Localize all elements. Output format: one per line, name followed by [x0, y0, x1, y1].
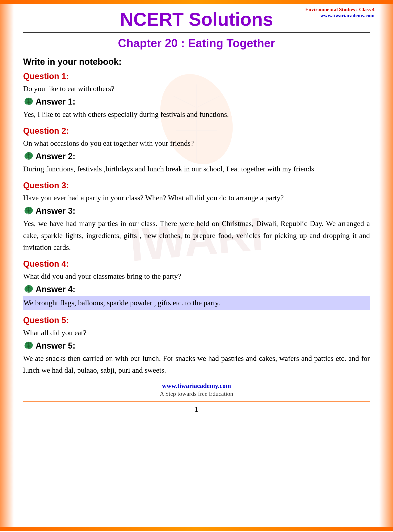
tiwari-leaf-icon-4: TIWARI: [23, 284, 34, 294]
qa-block-4: Question 4: What did you and your classm…: [23, 259, 370, 310]
svg-line-42: [29, 290, 31, 290]
qa-block-1: Question 1: Do you like to eat with othe…: [23, 71, 370, 120]
question-text-5: What all did you eat?: [23, 327, 370, 338]
svg-line-21: [27, 157, 29, 157]
svg-line-12: [27, 102, 29, 103]
answer-header-1: TIWARI Answer 1:: [23, 97, 370, 107]
footer-website: www.tiwariacademy.com: [23, 382, 370, 389]
answer-text-3: Yes, we have had many parties in our cla…: [23, 218, 370, 253]
page-number: 1: [23, 405, 370, 413]
qa-block-5: Question 5: What all did you eat? TIWARI: [23, 315, 370, 376]
question-label-2: Question 2:: [23, 126, 370, 136]
svg-line-29: [26, 210, 29, 210]
answer-header-2: TIWARI Answer 2:: [23, 151, 370, 161]
svg-text:TIWARI: TIWARI: [23, 158, 29, 160]
answer-label-3: Answer 3:: [36, 206, 75, 216]
chapter-title: Chapter 20 : Eating Together: [23, 37, 370, 50]
answer-header-3: TIWARI Answer 3:: [23, 206, 370, 216]
bottom-orange-bar: [0, 527, 393, 531]
svg-line-41: [29, 289, 31, 289]
svg-line-48: [27, 347, 29, 347]
answer-header-5: TIWARI Answer 5:: [23, 341, 370, 351]
question-label-3: Question 3:: [23, 181, 370, 190]
question-label-4: Question 4:: [23, 259, 370, 269]
header-website: www.tiwariacademy.com: [305, 12, 374, 19]
svg-text:TIWARI: TIWARI: [23, 104, 29, 105]
question-label-5: Question 5:: [23, 315, 370, 325]
svg-line-20: [26, 156, 29, 156]
tiwari-leaf-icon-5: TIWARI: [23, 341, 34, 351]
qa-block-3: Question 3: Have you ever had a party in…: [23, 181, 370, 253]
svg-line-30: [27, 212, 29, 212]
page-wrapper: IWARI Environmental Studies : Class 4 ww…: [0, 4, 393, 527]
svg-line-50: [29, 345, 31, 345]
bottom-footer: www.tiwariacademy.com A Step towards fre…: [23, 382, 370, 397]
svg-line-39: [27, 290, 29, 290]
top-info-block: Environmental Studies : Class 4 www.tiwa…: [305, 6, 374, 19]
svg-text:TIWARI: TIWARI: [23, 213, 29, 214]
qa-block-2: Question 2: On what occasions do you eat…: [23, 126, 370, 175]
title-divider: [23, 32, 370, 33]
tiwari-leaf-icon-1: TIWARI: [23, 97, 34, 107]
section-heading: Write in your notebook:: [23, 57, 370, 67]
tiwari-leaf-icon-2: TIWARI: [23, 151, 34, 161]
svg-line-11: [26, 101, 29, 101]
svg-line-14: [29, 101, 31, 101]
svg-line-38: [26, 289, 29, 289]
tiwari-leaf-icon-3: TIWARI: [23, 206, 34, 216]
svg-line-47: [26, 345, 29, 345]
content-area: NCERT Solutions Chapter 20 : Eating Toge…: [0, 4, 393, 428]
answer-label-2: Answer 2:: [36, 151, 75, 161]
svg-line-51: [29, 347, 31, 347]
question-text-1: Do you like to eat with others?: [23, 83, 370, 94]
question-text-3: Have you ever had a party in your class?…: [23, 192, 370, 203]
answer-label-5: Answer 5:: [36, 341, 75, 351]
svg-text:TIWARI: TIWARI: [23, 291, 29, 293]
subject-label: Environmental Studies : Class 4: [305, 6, 374, 12]
answer-text-2: During functions, festivals ,birthdays a…: [23, 163, 370, 175]
svg-line-24: [29, 157, 31, 157]
question-text-4: What did you and your classmates bring t…: [23, 271, 370, 282]
answer-label-4: Answer 4:: [36, 284, 75, 294]
top-orange-bar: [0, 0, 393, 4]
answer-text-4: We brought flags, balloons, sparkle powd…: [23, 296, 370, 310]
bottom-divider: [23, 401, 370, 402]
svg-text:TIWARI: TIWARI: [23, 348, 29, 349]
svg-line-33: [29, 212, 31, 212]
footer-tagline: A Step towards free Education: [23, 390, 370, 397]
question-label-1: Question 1:: [23, 71, 370, 81]
answer-text-1: Yes, I like to eat with others especiall…: [23, 109, 370, 120]
answer-header-4: TIWARI Answer 4:: [23, 284, 370, 294]
answer-text-5: We ate snacks then carried on with our l…: [23, 353, 370, 376]
question-text-2: On what occasions do you eat together wi…: [23, 138, 370, 149]
svg-line-23: [29, 156, 31, 156]
svg-line-32: [29, 210, 31, 210]
svg-line-15: [29, 102, 31, 103]
answer-label-1: Answer 1:: [36, 97, 75, 107]
